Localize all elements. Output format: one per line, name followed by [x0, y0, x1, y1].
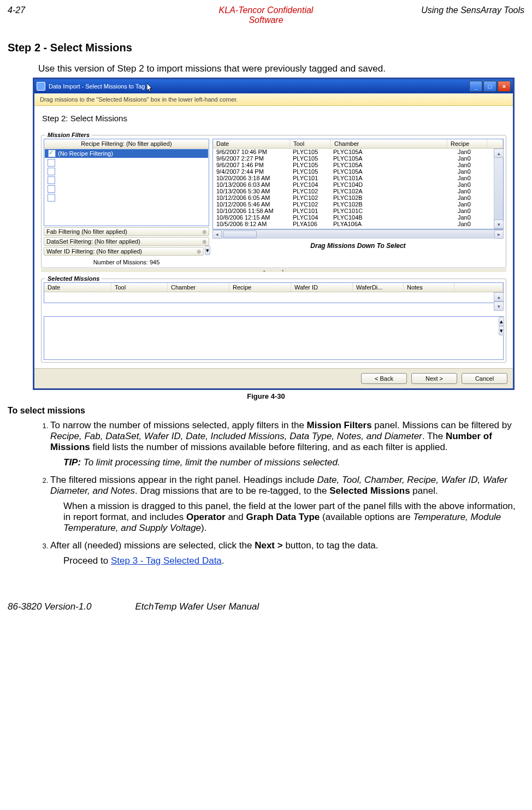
- col-date[interactable]: Date: [213, 139, 290, 148]
- scroll-right-icon[interactable]: ▸: [494, 230, 504, 239]
- col-tool[interactable]: Tool: [290, 139, 331, 148]
- recipe-filter-header: Recipe Filtering: (No filter applied): [44, 139, 209, 149]
- fab-filter-row[interactable]: Fab Filtering (No filter applied)⊕: [44, 227, 209, 236]
- selected-missions-legend: Selected Missions: [45, 275, 102, 282]
- mission-filters-legend: Mission Filters: [45, 132, 92, 138]
- recipe-filter-listbox[interactable]: Recipe Filtering: (No filter applied) (N…: [44, 139, 209, 226]
- mission-row[interactable]: 10/13/2006 6:03 AMPLYC104PLYC104DJan0: [213, 181, 494, 188]
- window-title: Data Import - Select Missions to Tag: [49, 83, 145, 90]
- mission-row[interactable]: 10/5/2006 8:12 AMPLYA106PLYA106AJan0: [213, 221, 494, 227]
- info-banner: Drag missions to the "Selected Missions"…: [34, 93, 513, 106]
- scol-waferdi[interactable]: WaferDi...: [353, 283, 404, 292]
- steps-list: To narrow the number of missions selecte…: [34, 420, 524, 566]
- step-1: To narrow the number of missions selecte…: [50, 420, 524, 468]
- dataset-filter-row[interactable]: DataSet Filtering: (No filter applied)⊕: [44, 237, 209, 246]
- filters-scrollbar[interactable]: ▾: [205, 246, 209, 256]
- mission-row[interactable]: 10/13/2006 5:30 AMPLYC102PLYC102AJan0: [213, 188, 494, 194]
- step-2: The filtered missions appear in the righ…: [50, 475, 524, 534]
- maximize-button[interactable]: □: [483, 81, 496, 92]
- scol-chamber[interactable]: Chamber: [168, 283, 229, 292]
- confidential-label: KLA-Tencor Confidential Software: [219, 5, 314, 25]
- scol-date[interactable]: Date: [44, 283, 111, 292]
- scol-notes[interactable]: Notes: [404, 283, 454, 292]
- scroll-up-icon[interactable]: ▴: [494, 149, 504, 158]
- missions-v-scrollbar[interactable]: ▴ ▾: [494, 149, 503, 229]
- minimize-button[interactable]: _: [469, 81, 482, 92]
- checkbox-icon[interactable]: [48, 176, 55, 184]
- report-box: ▴▾: [44, 316, 504, 360]
- cancel-button[interactable]: Cancel: [462, 373, 507, 384]
- mission-row[interactable]: 10/8/2006 12:15 AMPLYC104PLYC104BJan0: [213, 214, 494, 221]
- mission-row[interactable]: 9/6/2007 1:46 PMPLYC105PLYC105AJan0: [213, 162, 494, 168]
- step3-link[interactable]: Step 3 - Tag Selected Data: [111, 555, 222, 566]
- recipe-filter-selected-label: (No Recipe Filtering): [58, 150, 113, 157]
- mission-row[interactable]: 9/6/2007 2:27 PMPLYC105PLYC105AJan0: [213, 155, 494, 162]
- step-heading: Step 2 - Select Missions: [8, 42, 524, 54]
- mission-filters-panel: Recipe Filtering: (No filter applied) (N…: [41, 135, 506, 268]
- scroll-thumb[interactable]: [223, 230, 257, 238]
- wizard-button-bar: < Back Next > Cancel: [34, 368, 513, 388]
- scol-recipe[interactable]: Recipe: [229, 283, 291, 292]
- close-button[interactable]: ×: [498, 81, 511, 92]
- checkbox-icon[interactable]: [48, 168, 55, 175]
- title-bar: Data Import - Select Missions to Tag _ □…: [34, 79, 513, 93]
- mission-row[interactable]: 9/4/2007 2:44 PMPLYC105PLYC105AJan0: [213, 168, 494, 175]
- next-button[interactable]: Next >: [411, 373, 457, 384]
- mission-row[interactable]: 9/6/2007 10:46 PMPLYC105PLYC105AJan0: [213, 149, 494, 155]
- checkbox-icon[interactable]: [48, 194, 55, 202]
- mission-row[interactable]: 10/10/2006 11:58 AMPLYC101PLYC101CJan0: [213, 208, 494, 214]
- number-of-missions: Number of Missions: 945: [44, 259, 209, 265]
- mission-row[interactable]: 10/12/2006 5:46 AMPLYC102PLYC102BJan0: [213, 201, 494, 208]
- col-chamber[interactable]: Chamber: [331, 139, 447, 148]
- cursor-icon: [147, 83, 153, 93]
- scroll-down-icon[interactable]: ▾: [494, 220, 504, 229]
- back-button[interactable]: < Back: [361, 373, 407, 384]
- col-recipe[interactable]: Recipe: [447, 139, 487, 148]
- missions-h-scrollbar[interactable]: ◂ ▸: [212, 229, 504, 239]
- mission-row[interactable]: 10/12/2006 6:05 AMPLYC102PLYC102BJan0: [213, 194, 494, 201]
- dialog-window: Data Import - Select Missions to Tag _ □…: [34, 79, 513, 388]
- checkbox-checked-icon[interactable]: [48, 150, 56, 157]
- expand-icon[interactable]: ⊕: [202, 229, 206, 235]
- selected-missions-panel: Date Tool Chamber Recipe Wafer ID WaferD…: [41, 279, 506, 363]
- expand-icon[interactable]: ⊕: [197, 249, 201, 255]
- missions-table[interactable]: Date Tool Chamber Recipe 9/6/2007 10:46 …: [212, 139, 504, 229]
- page-footer: 86-3820 Version-1.0 EtchTemp Wafer User …: [8, 601, 524, 612]
- footer-manual: EtchTemp Wafer User Manual: [135, 601, 259, 612]
- recipe-filter-selected-row[interactable]: (No Recipe Filtering): [45, 149, 208, 158]
- page-header: 4-27 KLA-Tencor Confidential Software Us…: [8, 5, 524, 25]
- figure-caption: Figure 4-30: [8, 392, 524, 400]
- scroll-left-icon[interactable]: ◂: [212, 230, 222, 239]
- screenshot-frame: Data Import - Select Missions to Tag _ □…: [33, 78, 515, 390]
- waferid-filter-row[interactable]: Wafer ID Filtering: (No filter applied)⊕: [44, 247, 204, 256]
- step-3: After all (needed) missions are selected…: [50, 540, 524, 566]
- scol-tool[interactable]: Tool: [111, 283, 168, 292]
- selected-missions-table[interactable]: Date Tool Chamber Recipe Wafer ID WaferD…: [44, 282, 504, 303]
- splitter-bar[interactable]: ▴▾: [41, 268, 506, 272]
- scol-waferid[interactable]: Wafer ID: [291, 283, 353, 292]
- to-select-missions-subhead: To select missions: [8, 406, 524, 416]
- app-icon: [37, 82, 45, 91]
- footer-version: 86-3820 Version-1.0: [8, 601, 91, 612]
- checkbox-icon[interactable]: [48, 185, 55, 193]
- report-v-scrollbar[interactable]: ▴▾: [499, 317, 503, 359]
- intro-text: Use this version of Step 2 to import mis…: [38, 63, 524, 74]
- checkbox-icon[interactable]: [48, 159, 55, 167]
- selected-v-scrollbar[interactable]: ▴▾: [494, 292, 503, 311]
- expand-icon[interactable]: ⊕: [202, 239, 206, 245]
- section-title: Using the SensArray Tools: [369, 5, 524, 25]
- drag-hint-label: Drag Missions Down To Select: [212, 242, 504, 250]
- page-number: 4-27: [8, 5, 163, 25]
- mission-row[interactable]: 10/20/2006 3:18 AMPLYC101PLYC101AJan0: [213, 175, 494, 181]
- wizard-step-label: Step 2: Select Missions: [42, 114, 506, 123]
